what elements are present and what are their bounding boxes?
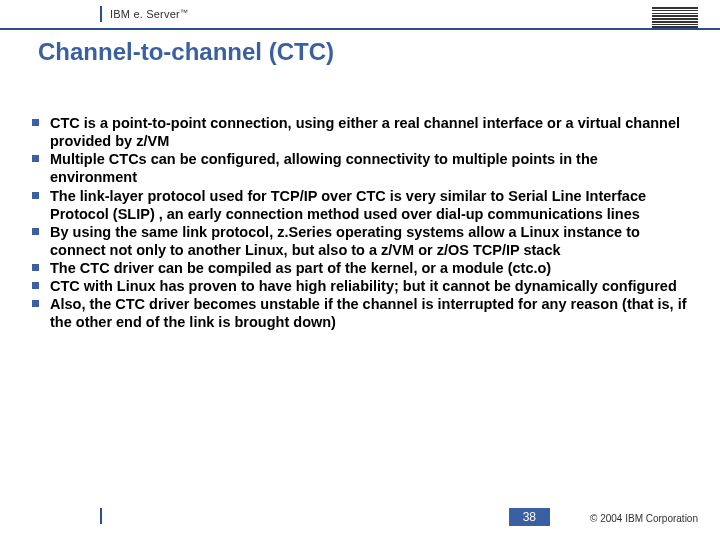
list-item: Multiple CTCs can be configured, allowin…: [32, 150, 688, 186]
list-item: By using the same link protocol, z.Serie…: [32, 223, 688, 259]
footer-accent-tick: [100, 508, 102, 524]
copyright-text: © 2004 IBM Corporation: [590, 513, 698, 524]
bullet-list: CTC is a point-to-point connection, usin…: [32, 114, 688, 332]
page-number: 38: [509, 508, 550, 526]
list-item: CTC is a point-to-point connection, usin…: [32, 114, 688, 150]
list-item: Also, the CTC driver becomes unstable if…: [32, 295, 688, 331]
slide-content: CTC is a point-to-point connection, usin…: [0, 66, 720, 332]
brand-prefix: IBM e. Server: [110, 8, 180, 20]
list-item: The link-layer protocol used for TCP/IP …: [32, 187, 688, 223]
brand-text: IBM e. Server™: [110, 8, 188, 20]
header-accent-tick: [100, 6, 102, 22]
slide-footer: 38 © 2004 IBM Corporation: [0, 502, 720, 526]
brand-tm: ™: [180, 8, 188, 17]
slide-title: Channel-to-channel (CTC): [0, 30, 720, 66]
ibm-logo-icon: [652, 7, 698, 28]
list-item: CTC with Linux has proven to have high r…: [32, 277, 688, 295]
list-item: The CTC driver can be compiled as part o…: [32, 259, 688, 277]
slide-header: IBM e. Server™: [0, 0, 720, 30]
